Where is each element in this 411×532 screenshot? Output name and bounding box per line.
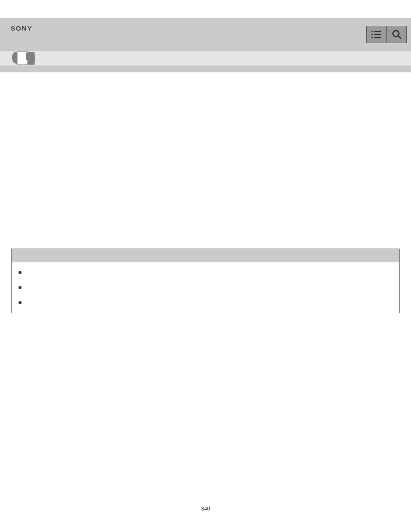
list-item xyxy=(19,286,392,289)
gray-bar xyxy=(0,65,411,72)
info-box-body xyxy=(12,262,399,313)
search-icon xyxy=(392,29,402,40)
search-button[interactable] xyxy=(386,26,407,43)
header-buttons xyxy=(366,26,407,43)
svg-point-2 xyxy=(371,34,373,35)
list-icon xyxy=(371,30,382,39)
header-bar: SONY xyxy=(0,18,411,51)
sony-logo: SONY xyxy=(11,25,33,32)
svg-line-7 xyxy=(398,36,401,38)
info-box xyxy=(11,249,400,313)
svg-rect-9 xyxy=(26,53,28,60)
menu-list-button[interactable] xyxy=(366,26,386,43)
bullet-icon xyxy=(19,286,22,289)
list-item xyxy=(19,301,392,304)
bullet-icon xyxy=(19,271,22,274)
content-area xyxy=(0,126,411,313)
svg-point-0 xyxy=(371,31,373,32)
svg-point-4 xyxy=(371,37,373,38)
page-number: 340 xyxy=(201,505,210,512)
help-guide-icon xyxy=(11,51,35,65)
bullet-icon xyxy=(19,301,22,304)
list-item xyxy=(19,271,392,274)
info-box-header xyxy=(12,249,399,262)
divider-line xyxy=(11,126,400,126)
top-spacer xyxy=(0,0,411,18)
subheader-bar xyxy=(0,51,411,65)
svg-rect-8 xyxy=(17,52,28,65)
